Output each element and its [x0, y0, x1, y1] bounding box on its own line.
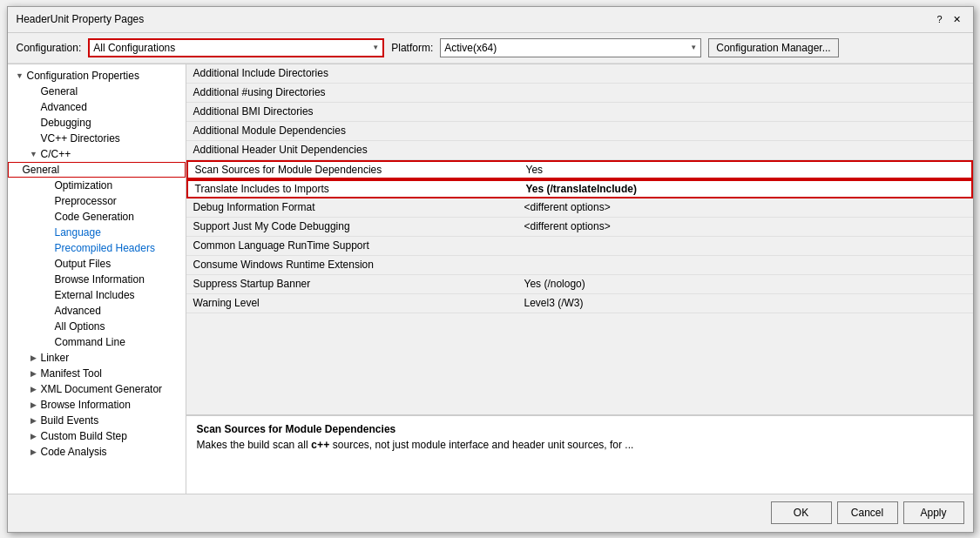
tree-item-vcpp-dirs[interactable]: VC++ Directories — [8, 131, 186, 146]
prop-row-translate-includes[interactable]: Translate Includes to ImportsYes (/trans… — [186, 179, 973, 198]
tree-item-debugging[interactable]: Debugging — [8, 115, 186, 131]
prop-row-common-lang-runtime[interactable]: Common Language RunTime Support — [186, 237, 973, 256]
tree-item-label: External Includes — [55, 289, 135, 301]
tree-expand-icon: ▶ — [27, 385, 41, 393]
tree-item-label: Browse Information — [41, 399, 131, 411]
prop-name: Additional BMI Directories — [193, 105, 524, 118]
desc-code: c++ — [311, 440, 330, 452]
tree-item-cpp-general[interactable]: General — [8, 162, 186, 178]
tree-item-label: Configuration Properties — [27, 70, 139, 82]
tree-item-cpp[interactable]: ▼C/C++ — [8, 146, 186, 162]
close-button[interactable]: ✕ — [950, 12, 964, 26]
tree-item-label: Browse Information — [55, 273, 145, 286]
tree-item-browse-info[interactable]: Browse Information — [8, 272, 186, 287]
tree-item-label: Manifest Tool — [41, 367, 102, 380]
tree-item-label: General — [41, 85, 78, 98]
help-button[interactable]: ? — [933, 12, 947, 26]
prop-value: <different options> — [524, 201, 966, 213]
tree-expand-icon: ▶ — [27, 369, 41, 378]
main-content: ▼Configuration PropertiesGeneralAdvanced… — [8, 64, 973, 494]
tree-item-output-files[interactable]: Output Files — [8, 256, 186, 272]
tree-item-advanced[interactable]: Advanced — [8, 99, 186, 115]
desc-suffix: sources, not just module interface and h… — [330, 439, 634, 451]
tree-expand-icon: ▶ — [27, 400, 41, 409]
title-controls: ? ✕ — [933, 12, 964, 26]
prop-row-scan-sources[interactable]: Scan Sources for Module DependenciesYes — [186, 160, 973, 179]
desc-body: Makes the build scan all c++ sources, no… — [197, 439, 963, 452]
prop-row-add-using-dirs[interactable]: Additional #using Directories — [186, 84, 973, 103]
tree-item-custom-build[interactable]: ▶Custom Build Step — [8, 428, 186, 444]
platform-arrow-icon: ▼ — [690, 44, 697, 51]
config-value: All Configurations — [93, 42, 368, 54]
tree-item-build-events[interactable]: ▶Build Events — [8, 413, 186, 428]
tree-item-label: XML Document Generator — [41, 383, 163, 395]
prop-row-add-include-dirs[interactable]: Additional Include Directories — [186, 64, 973, 84]
tree-item-label: Command Line — [55, 336, 125, 348]
prop-name: Additional #using Directories — [193, 86, 524, 98]
tree-item-manifest-tool[interactable]: ▶Manifest Tool — [8, 366, 186, 381]
tree-item-optimization[interactable]: Optimization — [8, 178, 186, 193]
tree-expand-icon: ▶ — [27, 353, 41, 362]
tree-item-label: Output Files — [55, 258, 112, 270]
tree-item-label: Advanced — [41, 101, 87, 113]
tree-item-browse-info-2[interactable]: ▶Browse Information — [8, 397, 186, 413]
apply-button[interactable]: Apply — [903, 501, 964, 524]
tree-item-language[interactable]: Language — [8, 225, 186, 240]
tree-item-label: Debugging — [41, 117, 91, 129]
prop-row-add-bmi-dirs[interactable]: Additional BMI Directories — [186, 103, 973, 122]
prop-name: Consume Windows Runtime Extension — [193, 259, 524, 271]
tree-expand-icon: ▼ — [13, 71, 27, 80]
platform-value: Active(x64) — [444, 42, 686, 54]
prop-name: Warning Level — [193, 297, 524, 309]
config-combo[interactable]: All Configurations ▼ — [88, 38, 384, 57]
dialog-title: HeaderUnit Property Pages — [17, 13, 145, 25]
tree-item-config-props[interactable]: ▼Configuration Properties — [8, 68, 186, 84]
bottom-bar: OK Cancel Apply — [8, 494, 973, 532]
prop-name: Debug Information Format — [193, 201, 524, 213]
tree-item-general[interactable]: General — [8, 84, 186, 99]
platform-label: Platform: — [391, 42, 433, 54]
tree-item-preprocessor[interactable]: Preprocessor — [8, 193, 186, 209]
cancel-button[interactable]: Cancel — [837, 501, 898, 524]
tree-expand-icon: ▼ — [27, 150, 41, 158]
tree-item-code-analysis[interactable]: ▶Code Analysis — [8, 444, 186, 460]
tree-expand-icon: ▶ — [27, 432, 41, 440]
config-manager-button[interactable]: Configuration Manager... — [708, 38, 838, 57]
prop-name: Scan Sources for Module Dependencies — [195, 164, 526, 176]
tree-item-label: Preprocessor — [55, 195, 117, 207]
tree-item-command-line[interactable]: Command Line — [8, 334, 186, 350]
prop-row-support-just-my-code[interactable]: Support Just My Code Debugging<different… — [186, 218, 973, 237]
prop-value: Yes (/translateInclude) — [526, 183, 964, 195]
tree-item-code-generation[interactable]: Code Generation — [8, 209, 186, 225]
prop-name: Additional Header Unit Dependencies — [193, 144, 524, 156]
prop-name: Common Language RunTime Support — [193, 239, 524, 252]
platform-combo[interactable]: Active(x64) ▼ — [440, 38, 701, 57]
tree-item-label: Advanced — [55, 305, 101, 317]
prop-value: Level3 (/W3) — [524, 297, 966, 309]
prop-row-suppress-banner[interactable]: Suppress Startup BannerYes (/nologo) — [186, 275, 973, 294]
prop-row-warning-level[interactable]: Warning LevelLevel3 (/W3) — [186, 294, 973, 313]
prop-name: Additional Include Directories — [193, 67, 524, 79]
tree-item-label: VC++ Directories — [41, 132, 120, 145]
title-bar: HeaderUnit Property Pages ? ✕ — [8, 7, 973, 33]
tree-item-all-options[interactable]: All Options — [8, 319, 186, 334]
prop-name: Suppress Startup Banner — [193, 278, 524, 290]
config-row: Configuration: All Configurations ▼ Plat… — [8, 33, 973, 64]
prop-row-add-module-deps[interactable]: Additional Module Dependencies — [186, 122, 973, 141]
prop-value: Yes (/nologo) — [524, 278, 966, 290]
tree-expand-icon: ▶ — [27, 447, 41, 456]
prop-row-add-header-unit-deps[interactable]: Additional Header Unit Dependencies — [186, 141, 973, 160]
tree-item-linker[interactable]: ▶Linker — [8, 350, 186, 366]
ok-button[interactable]: OK — [771, 501, 832, 524]
tree-item-label: Custom Build Step — [41, 430, 127, 442]
property-pages-dialog: HeaderUnit Property Pages ? ✕ Configurat… — [7, 6, 974, 533]
tree-item-xml-doc-gen[interactable]: ▶XML Document Generator — [8, 381, 186, 397]
config-arrow-icon: ▼ — [372, 44, 379, 51]
tree-item-label: Precompiled Headers — [55, 242, 155, 254]
prop-row-consume-win-runtime[interactable]: Consume Windows Runtime Extension — [186, 256, 973, 275]
tree-item-advanced2[interactable]: Advanced — [8, 303, 186, 319]
tree-expand-icon: ▶ — [27, 416, 41, 425]
prop-row-debug-info-format[interactable]: Debug Information Format<different optio… — [186, 198, 973, 218]
tree-item-external-includes[interactable]: External Includes — [8, 287, 186, 303]
tree-item-precompiled-headers[interactable]: Precompiled Headers — [8, 240, 186, 256]
